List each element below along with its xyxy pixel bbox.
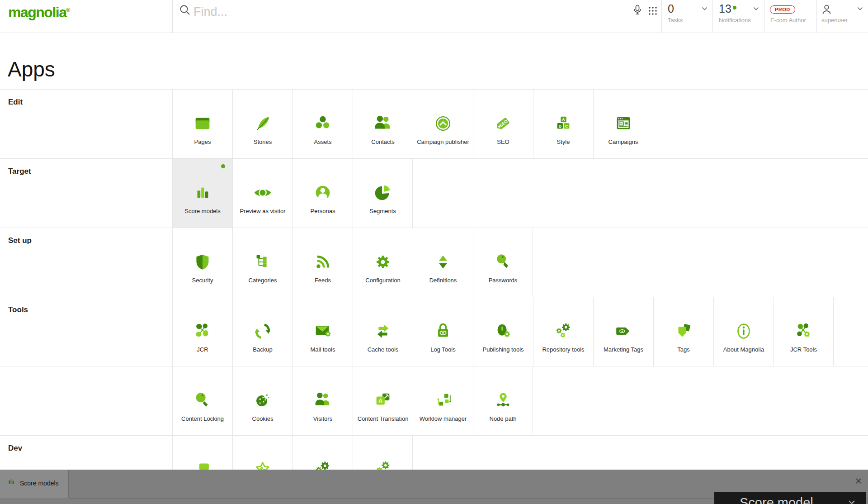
app-tile-jcr[interactable]: JCR [172,297,232,366]
app-tile-tags[interactable]: Tags [653,297,713,366]
open-app-tab-score-models[interactable]: Score models [0,470,69,498]
app-tile-campaign-publisher[interactable]: Campaign publisher [413,90,473,159]
about-magnolia-icon [714,320,774,342]
search-input[interactable] [193,3,601,21]
notifications-dropdown[interactable]: 13 Notifications [712,0,764,33]
segments-icon [353,182,412,204]
app-tile-repository-tools[interactable]: Repository tools [533,297,593,366]
app-tile-personas[interactable]: Personas [292,159,353,228]
app-tile-label: Score models [173,208,232,214]
app-tile-log-tools[interactable]: Log Tools [413,297,473,366]
close-icon[interactable] [855,477,863,485]
style-icon: ABC [533,113,593,134]
app-tile-pages[interactable]: Pages [172,90,232,159]
app-tile-passwords[interactable]: Passwords [473,228,533,297]
app-tile-jcr-tools[interactable]: JCR Tools [774,297,834,366]
app-tile-marketing-tags[interactable]: Marketing Tags [593,297,653,366]
notifications-count: 13 [719,2,731,15]
log-tools-icon [413,320,473,342]
app-tile-label: Categories [233,277,292,284]
chevron-down-icon [857,7,863,11]
app-grid-icon[interactable] [648,6,658,16]
app-tile-visitors[interactable]: Visitors [292,366,353,436]
tasks-dropdown[interactable]: 0 Tasks [661,0,712,33]
app-tile-label: Pages [173,138,232,145]
magnolia-logo: magnolia® [8,4,70,21]
section-label-tools: Tools [8,305,28,314]
app-tile-segments[interactable]: Segments [353,159,413,228]
app-tile-definitions[interactable]: Definitions [413,228,473,297]
app-tile-preview-as-visitor[interactable]: Preview as visitor [232,159,292,228]
user-menu[interactable]: superuser [816,0,868,33]
chevron-down-icon [753,7,759,11]
app-tile-label: Stories [233,138,292,145]
app-tile-label: Configuration [354,277,412,284]
section-row-edit-1: EditPagesStoriesAssetsContactsCampaign p… [0,89,868,159]
stories-icon [233,113,292,134]
user-icon [821,4,832,15]
contacts-icon [353,113,413,134]
active-indicator-dot [221,164,225,168]
app-tile-stories[interactable]: Stories [232,90,292,159]
app-tile-seo[interactable]: SEOSEO [473,90,533,159]
app-tile-label: Segments [354,208,412,214]
app-tile-label: Definitions [414,277,472,284]
app-tile-style[interactable]: ABCStyle [533,90,593,159]
app-tile-label: Publishing tools [474,346,533,353]
app-tile-label: Style [534,138,593,145]
app-tile-content-locking[interactable]: Content Locking [172,366,232,436]
app-tile-label: Log Tools [414,346,472,353]
app-tile-mail-tools[interactable]: Mail tools [292,297,353,366]
tags-icon [654,320,713,342]
preview-as-visitor-icon [233,182,292,204]
app-tile-cache-tools[interactable]: Cache tools [353,297,413,366]
app-tile-about-magnolia[interactable]: About Magnolia [713,297,774,366]
app-tile-feeds[interactable]: Feeds [292,228,353,297]
user-name: superuser [821,17,848,24]
top-bar: magnolia® 0 Tasks 13 Notifications [0,0,868,33]
score-models-icon [6,476,16,486]
app-tile-categories[interactable]: Categories [232,228,292,297]
app-tile-assets[interactable]: Assets [292,90,353,159]
microphone-icon[interactable] [632,5,643,15]
app-tile-cookies[interactable]: Cookies [232,366,292,436]
section-row-target-1: TargetScore modelsPreview as visitorPers… [0,158,868,228]
svg-text:AD: AD [619,122,623,125]
feeds-icon [293,251,353,273]
app-tile-contacts[interactable]: Contacts [353,90,413,159]
app-tile-label: Preview as visitor [233,208,292,214]
search-icon [179,4,191,16]
app-tile-label: Cache tools [354,346,412,353]
app-tile-label: Worklow manager [414,415,472,422]
app-tile-node-path[interactable]: Node path [473,366,533,436]
app-tile-campaigns[interactable]: ADCampaigns [593,90,653,159]
app-task-bar: Score models Score model [0,470,868,504]
app-tile-label: Contacts [354,138,412,145]
app-tile-content-translation[interactable]: AContent Translation [353,366,413,436]
app-tile-label: Mail tools [293,346,352,353]
app-tile-label: Cookies [233,415,292,422]
section-row-tools-2: Content LockingCookiesVisitorsAContent T… [0,366,868,436]
app-tile-security[interactable]: Security [172,228,232,297]
assets-icon [293,113,353,134]
cache-tools-icon [353,320,413,342]
app-tile-score-models[interactable]: Score models [172,159,232,228]
app-tile-label: Campaigns [594,138,652,145]
app-tile-label: JCR Tools [774,346,833,353]
marketing-tags-icon [594,320,653,342]
cookies-icon [233,390,292,411]
visitors-icon [293,390,353,411]
security-icon [173,251,232,273]
environment-indicator: PROD E-com Author [764,0,816,33]
score-models-icon [173,182,232,204]
campaign-publisher-icon [413,113,473,134]
section-row-set-up-1: Set upSecurityCategoriesFeedsConfigurati… [0,228,868,297]
search-zone [172,0,662,33]
app-tile-worklow-manager[interactable]: Worklow manager [413,366,473,436]
app-tile-configuration[interactable]: Configuration [353,228,413,297]
section-label-edit: Edit [8,98,23,107]
app-tile-label: Feeds [293,277,352,284]
app-tile-backup[interactable]: Backup [232,297,292,366]
svg-text:C: C [565,124,568,128]
app-tile-publishing-tools[interactable]: Publishing tools [473,297,533,366]
